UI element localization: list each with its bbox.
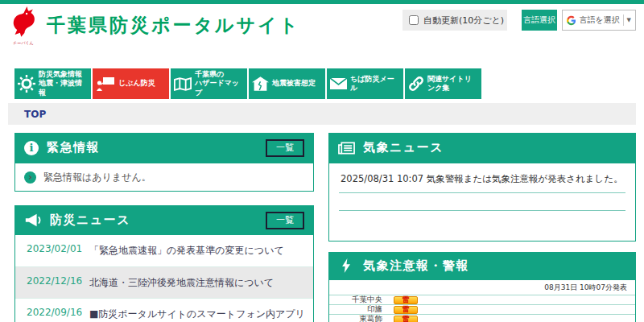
news-row[interactable]: 2022/09/16 ■防災ポータルサイトのスマートフォン内アプリでの閲覧につい…: [15, 298, 313, 322]
translate-selected-value: 言語を選択: [579, 14, 619, 26]
top-accent-bar: [0, 0, 644, 4]
arrow-circle-icon: ›: [24, 171, 36, 184]
nav-label: ちば防災メール: [350, 75, 400, 93]
weather-news-header: 気象ニュース: [328, 133, 636, 163]
weather-news-list: 2025/08/31 10:07 気象警報または気象注意報が発表されました。: [328, 163, 636, 242]
nav-label: じぶん防災: [118, 79, 155, 88]
warning-region: 東葛飾: [329, 314, 382, 322]
mascot-name-label: チーバくん: [8, 41, 39, 45]
google-logo-icon: [567, 15, 576, 26]
nav-bousai-mail-button[interactable]: ちば防災メール: [327, 68, 403, 99]
info-icon: i: [24, 141, 39, 155]
nav-hazard-map-button[interactable]: 千葉県のハザードマップ: [171, 68, 247, 99]
emergency-panel-header: i 緊急情報 一覧: [14, 133, 314, 163]
news-row[interactable]: 2023/02/01 「緊急地震速報」の発表基準の変更について: [15, 235, 313, 266]
news-list: 2023/02/01 「緊急地震速報」の発表基準の変更について 2022/12/…: [14, 235, 314, 322]
warnings-header: 気象注意報・警報: [328, 252, 636, 279]
emergency-list-button[interactable]: 一覧: [266, 139, 304, 157]
cracked-house-icon: [252, 76, 269, 91]
nav-label: 関連サイトリンク集: [427, 75, 478, 93]
chevron-down-icon: ▼: [627, 17, 631, 23]
news-link[interactable]: 北海道・三陸沖後発地震注意情報について: [89, 275, 274, 291]
link-icon: [408, 76, 424, 92]
page-title: 千葉県防災ポータルサイト: [47, 13, 300, 38]
warnings-title: 気象注意報・警報: [363, 258, 469, 274]
news-panel-header: 防災ニュース 一覧: [14, 205, 314, 235]
nav-label: 防災気象情報地震・津波情報: [39, 70, 88, 97]
thunder-badge: 雷: [394, 306, 418, 314]
weather-news-title: 気象ニュース: [363, 140, 444, 155]
auto-update-checkbox[interactable]: [409, 15, 419, 25]
warning-row[interactable]: 東葛飾 雷: [329, 315, 635, 322]
divider: [623, 14, 624, 26]
emergency-message: 緊急情報はありません。: [43, 171, 151, 184]
disaster-news-panel: 防災ニュース 一覧 2023/02/01 「緊急地震速報」の発表基準の変更につい…: [14, 205, 314, 322]
news-link[interactable]: ■防災ポータルサイトのスマートフォン内アプリでの閲覧について: [89, 307, 305, 322]
emergency-info-panel: i 緊急情報 一覧 › 緊急情報はありません。: [14, 133, 314, 192]
news-link[interactable]: 「緊急地震速報」の発表基準の変更について: [89, 243, 284, 258]
nav-label: 地震被害想定: [272, 79, 316, 88]
megaphone-icon: [24, 213, 42, 227]
nav-label: 千葉県のハザードマップ: [195, 70, 244, 97]
thunder-badge: 雷: [394, 296, 418, 304]
news-date: 2022/09/16: [27, 307, 89, 322]
emergency-panel-body: › 緊急情報はありません。: [14, 163, 314, 192]
news-panel-title: 防災ニュース: [50, 213, 130, 228]
weather-news-panel: 気象ニュース 2025/08/31 10:07 気象警報または気象注意報が発表さ…: [328, 133, 636, 242]
map-icon: [174, 77, 192, 91]
newspaper-icon: [338, 142, 355, 155]
auto-update-toggle[interactable]: 自動更新(10分ごと): [402, 10, 507, 31]
mascot-image: [10, 6, 36, 38]
news-list-button[interactable]: 一覧: [266, 212, 304, 229]
breadcrumb-top-link[interactable]: TOP: [24, 109, 46, 120]
sun-gear-icon: [18, 75, 35, 93]
weather-warnings-panel: 気象注意報・警報 08月31日 10時07分発表 千葉中央 雷 印旛 雷 東葛飾…: [328, 252, 636, 322]
thunder-badge: 雷: [394, 316, 418, 322]
nav-weather-info-button[interactable]: 防災気象情報地震・津波情報: [14, 68, 91, 99]
emergency-panel-title: 緊急情報: [47, 140, 100, 155]
news-date: 2022/12/16: [27, 275, 89, 291]
news-row[interactable]: 2022/12/16 北海道・三陸沖後発地震注意情報について: [15, 266, 313, 299]
chiba-kun-mascot: チーバくん: [8, 6, 39, 44]
nav-earthquake-damage-button[interactable]: 地震被害想定: [249, 68, 325, 99]
weather-news-item-empty: [339, 193, 625, 211]
envelope-icon: [330, 78, 347, 89]
news-date: 2023/02/01: [27, 243, 89, 258]
breadcrumb: TOP: [8, 103, 636, 125]
warnings-table: 08月31日 10時07分発表 千葉中央 雷 印旛 雷 東葛飾 雷: [328, 279, 636, 322]
nav-related-links-button[interactable]: 関連サイトリンク集: [405, 68, 481, 99]
language-select-button[interactable]: 言語選択: [522, 10, 557, 31]
weather-news-item[interactable]: 2025/08/31 10:07 気象警報または気象注意報が発表されました。: [339, 167, 625, 193]
main-navigation: 防災気象情報地震・津波情報 じぶん防災 千葉県のハザードマップ 地震被害想定 ち…: [14, 68, 481, 99]
nav-jibun-bousai-button[interactable]: じぶん防災: [93, 68, 169, 99]
teacher-board-icon: [96, 76, 115, 91]
warnings-issued-time: 08月31日 10時07分発表: [329, 280, 635, 295]
lightning-icon: [342, 258, 351, 273]
auto-update-label: 自動更新(10分ごと): [423, 14, 504, 27]
google-translate-dropdown[interactable]: 言語を選択 ▼: [562, 10, 636, 31]
